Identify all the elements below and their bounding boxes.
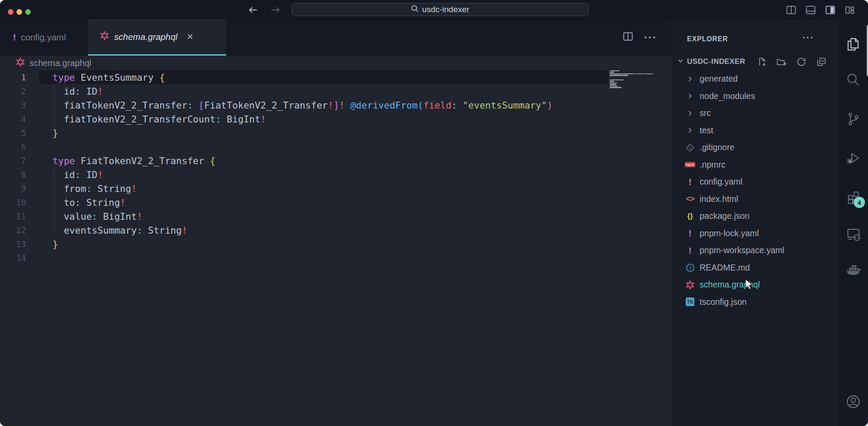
tab-config-yaml[interactable]: ! config.yaml: [3, 19, 87, 56]
activity-extensions-icon[interactable]: 4: [845, 188, 861, 205]
file-name: package.json: [700, 211, 750, 221]
code-line[interactable]: 7type FiatTokenV2_2_Transfer {: [0, 154, 672, 168]
code-line[interactable]: 3 fiatTokenV2_2_Transfer: [FiatTokenV2_2…: [0, 98, 672, 112]
file-name: node_modules: [700, 91, 755, 101]
search-value: usdc-indexer: [422, 5, 470, 14]
code-line[interactable]: 14: [0, 251, 672, 265]
more-actions-icon[interactable]: ···: [644, 31, 657, 43]
activity-docker-icon[interactable]: [845, 261, 861, 278]
explorer-sidebar: EXPLORER ··· USDC-INDEXER: [672, 19, 838, 426]
code-text: from: String!: [35, 183, 137, 194]
code-line[interactable]: 9 from: String!: [0, 182, 672, 195]
close-window-button[interactable]: [8, 9, 13, 15]
explorer-item-generated[interactable]: generated: [672, 70, 838, 88]
explorer-item-node-modules[interactable]: node_modules: [672, 88, 838, 105]
project-name: USDC-INDEXER: [687, 57, 745, 66]
info-icon: [684, 262, 696, 273]
titlebar: usdc-indexer: [0, 0, 868, 19]
explorer-more-actions-icon[interactable]: ···: [802, 32, 814, 43]
minimize-window-button[interactable]: [16, 9, 22, 15]
code-line[interactable]: 11 value: BigInt!: [0, 209, 672, 223]
line-number: 5: [0, 128, 35, 138]
activity-run-debug-icon[interactable]: [845, 150, 861, 166]
explorer-item-pnpm-lock-yaml[interactable]: !pnpm-lock.yaml: [672, 225, 838, 242]
yaml-icon: !: [13, 32, 16, 43]
explorer-item-test[interactable]: test: [672, 122, 838, 139]
breadcrumb-file: schema.graphql: [30, 58, 91, 68]
explorer-item-pnpm-workspace-yaml[interactable]: !pnpm-workspace.yaml: [672, 242, 838, 259]
code-text: }: [35, 128, 58, 139]
explorer-item-src[interactable]: src: [672, 105, 838, 122]
new-folder-icon[interactable]: [776, 56, 787, 67]
split-columns-layout-icon[interactable]: [785, 4, 798, 16]
explorer-item-index-html[interactable]: <>index.html: [672, 191, 838, 208]
explorer-item-package-json[interactable]: {}package.json: [672, 208, 838, 225]
refresh-icon[interactable]: [796, 56, 807, 67]
explorer-item-config-yaml[interactable]: !config.yaml: [672, 173, 838, 191]
explorer-toolbar: [756, 56, 827, 67]
line-number: 11: [0, 211, 35, 221]
explorer-item-readme-md[interactable]: README.md: [672, 259, 838, 277]
explorer-item--gitignore[interactable]: .gitignore: [672, 139, 838, 156]
explorer-item-tsconfig-json[interactable]: TStsconfig.json: [672, 294, 838, 311]
code-line[interactable]: 4 fiatTokenV2_2_TransferCount: BigInt!: [0, 112, 672, 126]
file-name: pnpm-workspace.yaml: [700, 245, 784, 255]
explorer-title: EXPLORER: [687, 35, 728, 43]
minimap[interactable]: [610, 70, 667, 92]
explorer-item--npmrc[interactable]: npm.npmrc: [672, 156, 838, 174]
graphql-icon: [16, 57, 25, 69]
line-number: 3: [0, 100, 35, 110]
new-file-icon[interactable]: [756, 56, 767, 67]
search-icon: [411, 5, 419, 15]
editor-actions: ···: [621, 19, 657, 56]
code-line[interactable]: 5}: [0, 126, 672, 140]
chevron-down-icon: [677, 57, 684, 66]
line-number: 7: [0, 156, 35, 165]
breadcrumb[interactable]: schema.graphql: [0, 56, 672, 70]
split-editor-icon[interactable]: [621, 31, 635, 44]
code-text: id: ID!: [35, 169, 103, 180]
back-icon[interactable]: [247, 6, 259, 14]
file-name: .npmrc: [700, 160, 726, 170]
code-line[interactable]: 1type EventsSummary {: [0, 70, 672, 84]
activity-source-control-icon[interactable]: [845, 111, 861, 127]
file-name: src: [700, 108, 711, 118]
yaml-icon: !: [684, 176, 696, 188]
zoom-window-button[interactable]: [25, 9, 31, 15]
activity-remote-explorer-icon[interactable]: [845, 225, 861, 241]
code-editor[interactable]: 1type EventsSummary {2 id: ID!3 fiatToke…: [0, 70, 672, 265]
close-tab-icon[interactable]: ✕: [187, 33, 194, 41]
code-line[interactable]: 12 eventsSummary: String!: [0, 223, 672, 237]
forward-icon[interactable]: [270, 6, 282, 14]
code-line[interactable]: 8 id: ID!: [0, 168, 672, 182]
code-line[interactable]: 2 id: ID!: [0, 84, 672, 98]
file-name: generated: [700, 74, 738, 84]
mouse-cursor: [744, 279, 754, 292]
tab-schema-graphql[interactable]: schema.graphql ✕: [88, 19, 226, 56]
code-line[interactable]: 6: [0, 140, 672, 154]
bottom-panel-layout-icon[interactable]: [804, 4, 817, 16]
line-number: 2: [0, 86, 35, 96]
vscode-window: usdc-indexer ! config.yaml schema.: [0, 0, 868, 426]
editor-group: ! config.yaml schema.graphql ✕ ··· sc: [0, 19, 672, 426]
code-text: id: ID!: [35, 86, 103, 97]
command-center-search[interactable]: usdc-indexer: [292, 3, 589, 16]
customize-layout-icon[interactable]: [843, 4, 856, 16]
file-name: test: [700, 125, 713, 135]
code-line[interactable]: 13}: [0, 237, 672, 251]
line-number: 4: [0, 114, 35, 124]
collapse-all-icon[interactable]: [815, 56, 827, 67]
right-panel-layout-icon[interactable]: [824, 4, 837, 16]
ts-icon: TS: [684, 296, 696, 307]
activity-explorer-icon[interactable]: [845, 36, 861, 53]
file-name: config.yaml: [700, 177, 743, 187]
code-line[interactable]: 10 to: String!: [0, 195, 672, 209]
file-name: tsconfig.json: [700, 297, 746, 307]
activity-account-icon[interactable]: [845, 393, 861, 410]
code-text: type FiatTokenV2_2_Transfer {: [35, 155, 215, 166]
tab-label: config.yaml: [21, 32, 66, 43]
explorer-item-schema-graphql[interactable]: schema.graphql: [672, 276, 838, 294]
file-tree: generatednode_modulessrctest.gitignorenp…: [672, 70, 838, 310]
line-number: 6: [0, 142, 35, 152]
activity-search-icon[interactable]: [845, 72, 861, 88]
